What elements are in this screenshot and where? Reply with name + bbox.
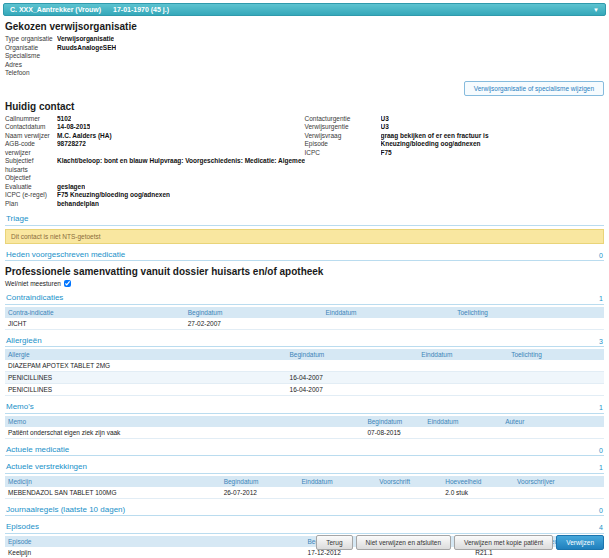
referral-org-title: Gekozen verwijsorganisatie bbox=[5, 21, 604, 32]
section-count: 1 bbox=[599, 295, 603, 302]
column-header: Einddatum bbox=[299, 476, 377, 487]
table-cell: 07-08-2015 bbox=[364, 427, 424, 439]
section-count: 4 bbox=[599, 524, 603, 531]
section-header-contraindicaties[interactable]: Contraindicaties 1 bbox=[5, 292, 604, 305]
table-cell: 16-04-2007 bbox=[287, 372, 419, 384]
field-episode: Episode Kneuzing/bloeding oog/adnexen bbox=[305, 140, 605, 149]
professional-summary-title: Professionele samenvatting vanuit dossie… bbox=[5, 266, 604, 277]
field-type-organisatie: Type organisatie Verwijsorganisatie bbox=[5, 35, 604, 44]
section-header-triage[interactable]: Triage bbox=[5, 213, 604, 226]
contraindicaties-table: Contra-indicatieBegindatumEinddatumToeli… bbox=[5, 307, 604, 330]
section-header-actuele-verstrekkingen[interactable]: Actuele verstrekkingen 1 bbox=[5, 461, 604, 474]
verstrekkingen-table: MedicijnBegindatumEinddatumVoorschriftHo… bbox=[5, 476, 604, 499]
table-cell bbox=[322, 318, 454, 330]
section-title: Actuele verstrekkingen bbox=[6, 462, 87, 471]
section-header-memos[interactable]: Memo's 1 bbox=[5, 401, 604, 414]
field-naam-verwijzer: Naam verwijzer M.C. Aalders (HA) bbox=[5, 132, 305, 141]
field-callnummer: Callnummer 5102 bbox=[5, 115, 305, 124]
table-row[interactable]: Patiënt onderschat eigen ziek zijn vaak0… bbox=[5, 427, 604, 439]
main-content: Gekozen verwijsorganisatie Type organisa… bbox=[0, 21, 609, 558]
allergieen-table: AllergieBegindatumEinddatumToelichtingDI… bbox=[5, 349, 604, 396]
column-header: Memo bbox=[5, 416, 364, 427]
refer-with-patient-copy-button[interactable]: Verwijzen met kopie patiënt bbox=[454, 535, 553, 550]
table-cell: Patiënt onderschat eigen ziek zijn vaak bbox=[5, 427, 364, 439]
field-label: AGB-code verwijzer bbox=[5, 140, 57, 157]
table-cell bbox=[418, 360, 508, 372]
column-header: Einddatum bbox=[418, 349, 508, 360]
section-title: Contraindicaties bbox=[6, 293, 63, 302]
refer-button[interactable]: Verwijzen bbox=[556, 535, 604, 550]
field-value: 5102 bbox=[57, 115, 71, 124]
table-cell: PENICILLINES bbox=[5, 372, 287, 384]
field-adres: Adres bbox=[5, 61, 604, 70]
field-organisatie: Organisatie RuudsAnalogeSEH bbox=[5, 44, 604, 53]
table-cell bbox=[454, 318, 604, 330]
table-cell bbox=[424, 427, 502, 439]
table-cell bbox=[502, 427, 604, 439]
column-header: Einddatum bbox=[424, 416, 502, 427]
field-value: Klacht/beloop: bont en blauw Hulpvraag: … bbox=[57, 157, 305, 166]
section-header-journaalregels[interactable]: Journaalregels (laatste 10 dagen) 0 bbox=[5, 504, 604, 517]
field-label: Objectief bbox=[5, 174, 57, 183]
current-contact-title: Huidig contact bbox=[5, 101, 604, 112]
nts-warning-banner: Dit contact is niet NTS-getoetst bbox=[5, 229, 604, 244]
table-row[interactable]: DIAZEPAM APOTEX TABLET 2MG bbox=[5, 360, 604, 372]
field-label: Adres bbox=[5, 61, 57, 70]
section-title: Triage bbox=[6, 214, 28, 223]
section-header-allergieen[interactable]: Allergieën 3 bbox=[5, 335, 604, 348]
field-evaluatie: Evaluatie geslagen bbox=[5, 183, 305, 192]
field-agb-code: AGB-code verwijzer 98728272 bbox=[5, 140, 305, 157]
table-cell: DIAZEPAM APOTEX TABLET 2MG bbox=[5, 360, 287, 372]
table-cell: PENICILLINES bbox=[5, 384, 287, 396]
chevron-down-icon[interactable]: ▼ bbox=[593, 7, 599, 13]
table-row[interactable]: MEBENDAZOL SAN TABLET 100MG26-07-20122.0… bbox=[5, 487, 604, 499]
field-specialisme: Specialisme bbox=[5, 52, 604, 61]
field-label: Subjectief huisarts bbox=[5, 157, 57, 174]
table-cell bbox=[508, 372, 604, 384]
field-label: Callnummer bbox=[5, 115, 57, 124]
field-label: Contactdatum bbox=[5, 123, 57, 132]
section-count: 1 bbox=[599, 464, 603, 471]
field-label: Verwijsvraag bbox=[305, 132, 381, 141]
field-objectief: Objectief bbox=[5, 174, 305, 183]
memos-table: MemoBegindatumEinddatumAuteurPatiënt ond… bbox=[5, 416, 604, 439]
column-header: Begindatum bbox=[287, 349, 419, 360]
table-row[interactable]: JICHT27-02-2007 bbox=[5, 318, 604, 330]
field-label: Evaluatie bbox=[5, 183, 57, 192]
field-label: Plan bbox=[5, 200, 57, 209]
section-header-episodes[interactable]: Episodes 4 bbox=[5, 521, 604, 534]
table-cell: JICHT bbox=[5, 318, 185, 330]
include-summary-checkbox[interactable] bbox=[64, 280, 71, 287]
field-value: Verwijsorganisatie bbox=[57, 35, 114, 44]
table-row[interactable]: PENICILLINES16-04-2007 bbox=[5, 372, 604, 384]
change-referral-org-button[interactable]: Verwijsorganisatie of specialisme wijzig… bbox=[464, 81, 604, 96]
table-cell: 16-04-2007 bbox=[287, 384, 419, 396]
column-header: Contra-indicatie bbox=[5, 307, 185, 318]
field-value: behandelplan bbox=[57, 200, 99, 209]
column-header: Allergie bbox=[5, 349, 287, 360]
table-cell: 27-02-2007 bbox=[185, 318, 323, 330]
contact-columns: Callnummer 5102 Contactdatum 14-08-2015 … bbox=[5, 115, 604, 209]
table-cell: 26-07-2012 bbox=[221, 487, 299, 499]
back-button[interactable]: Terug bbox=[316, 535, 352, 550]
section-count: 0 bbox=[599, 252, 603, 259]
section-title: Journaalregels (laatste 10 dagen) bbox=[6, 505, 125, 514]
section-title: Heden voorgeschreven medicatie bbox=[6, 250, 125, 259]
column-header: Hoeveelheid bbox=[442, 476, 514, 487]
section-header-actuele-medicatie[interactable]: Actuele medicatie 0 bbox=[5, 444, 604, 457]
field-subjectief: Subjectief huisarts Klacht/beloop: bont … bbox=[5, 157, 305, 174]
column-header: Voorschrift bbox=[376, 476, 442, 487]
section-header-heden-medicatie[interactable]: Heden voorgeschreven medicatie 0 bbox=[5, 249, 604, 262]
field-label: Naam verwijzer bbox=[5, 132, 57, 141]
table-cell bbox=[508, 360, 604, 372]
section-title: Allergieën bbox=[6, 336, 42, 345]
column-header: Begindatum bbox=[221, 476, 299, 487]
patient-bar[interactable]: C. XXX_Aantrekker (Vrouw) 17-01-1970 (45… bbox=[3, 3, 606, 16]
table-row[interactable]: PENICILLINES16-04-2007 bbox=[5, 384, 604, 396]
table-cell bbox=[376, 487, 442, 499]
field-value: U3 bbox=[381, 115, 389, 124]
no-refer-and-close-button[interactable]: Niet verwijzen en afsluiten bbox=[356, 535, 452, 550]
column-header: Einddatum bbox=[322, 307, 454, 318]
contact-right-column: Contacturgentie U3 Verwijsurgentie U3 Ve… bbox=[305, 115, 605, 209]
field-value: F75 Kneuzing/bloeding oog/adnexen bbox=[57, 191, 170, 200]
